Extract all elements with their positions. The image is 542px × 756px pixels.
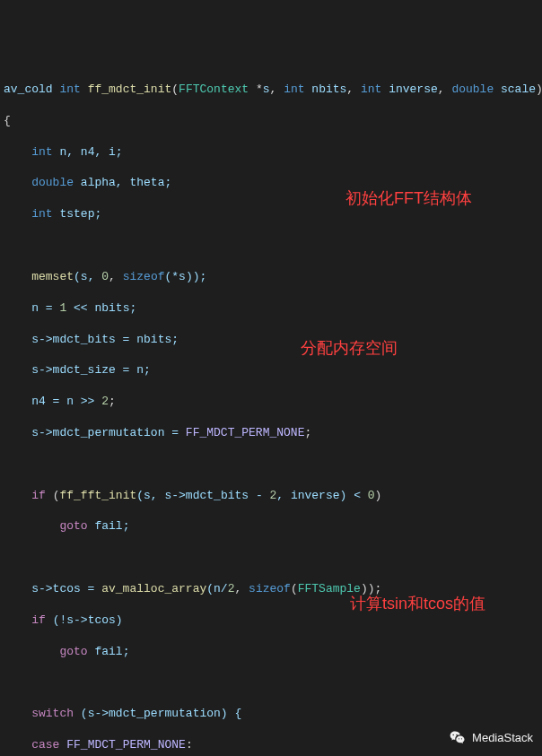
token: av_cold — [4, 83, 53, 96]
watermark-text: MediaStack — [472, 730, 533, 745]
annotation-1: 初始化FFT结构体 — [345, 191, 472, 206]
wechat-icon — [449, 729, 467, 747]
annotation-3: 计算tsin和tcos的值 — [350, 596, 485, 612]
watermark: MediaStack — [449, 729, 533, 747]
code-block: av_cold int ff_mdct_init(FFTContext *s, … — [0, 63, 542, 756]
annotation-2: 分配内存空间 — [301, 341, 398, 356]
